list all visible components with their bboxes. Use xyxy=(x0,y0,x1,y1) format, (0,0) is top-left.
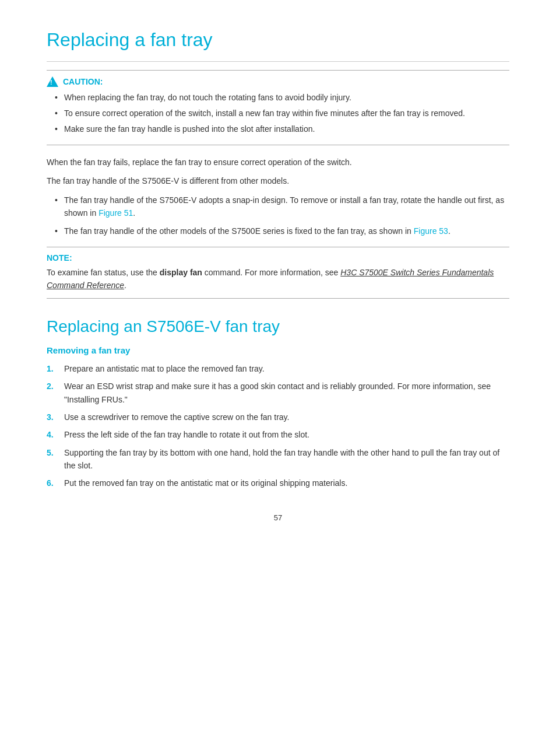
step-4: 4. Press the left side of the fan tray h… xyxy=(47,428,509,441)
note-box: NOTE: To examine fan status, use the dis… xyxy=(47,247,509,299)
caution-item-3: Make sure the fan tray handle is pushed … xyxy=(64,123,509,135)
step-1: 1. Prepare an antistatic mat to place th… xyxy=(47,362,509,375)
step-5-num: 5. xyxy=(47,446,64,473)
note-text-end: . xyxy=(124,281,126,290)
caution-item-2: To ensure correct operation of the switc… xyxy=(64,107,509,120)
section-2-title: Replacing an S7506E-V fan tray xyxy=(47,317,509,336)
step-3-num: 3. xyxy=(47,411,64,424)
body-para-2: The fan tray handle of the S7506E-V is d… xyxy=(47,174,509,187)
bullet-item-2: The fan tray handle of the other models … xyxy=(64,225,509,237)
step-2-text: Wear an ESD wrist strap and make sure it… xyxy=(64,380,509,406)
subsection-title: Removing a fan tray xyxy=(47,345,509,355)
bullet-2-text: The fan tray handle of the other models … xyxy=(64,226,414,236)
note-label: NOTE: xyxy=(47,253,509,262)
step-4-text: Press the left side of the fan tray hand… xyxy=(64,428,509,441)
step-6-num: 6. xyxy=(47,477,64,489)
step-1-text: Prepare an antistatic mat to place the r… xyxy=(64,362,509,375)
page-number: 57 xyxy=(47,513,509,522)
step-3-text: Use a screwdriver to remove the captive … xyxy=(64,411,509,424)
bullet-1-end: . xyxy=(133,208,135,218)
page-title: Replacing a fan tray xyxy=(47,29,509,51)
step-3: 3. Use a screwdriver to remove the capti… xyxy=(47,411,509,424)
title-divider xyxy=(47,61,509,62)
bullet-2-end: . xyxy=(448,226,451,236)
caution-item-1: When replacing the fan tray, do not touc… xyxy=(64,92,509,104)
body-para-1: When the fan tray fails, replace the fan… xyxy=(47,156,509,169)
note-text-before: To examine fan status, use the xyxy=(47,268,160,277)
step-4-num: 4. xyxy=(47,428,64,441)
figure-51-link[interactable]: Figure 51 xyxy=(98,208,133,218)
note-text: To examine fan status, use the display f… xyxy=(47,266,509,292)
step-2: 2. Wear an ESD wrist strap and make sure… xyxy=(47,380,509,406)
step-6: 6. Put the removed fan tray on the antis… xyxy=(47,477,509,489)
note-text-middle: command. For more information, see xyxy=(202,268,340,277)
figure-53-link[interactable]: Figure 53 xyxy=(414,226,448,236)
step-6-text: Put the removed fan tray on the antistat… xyxy=(64,477,509,489)
caution-box: CAUTION: When replacing the fan tray, do… xyxy=(47,70,509,145)
step-2-num: 2. xyxy=(47,380,64,406)
step-5: 5. Supporting the fan tray by its bottom… xyxy=(47,446,509,473)
caution-header: CAUTION: xyxy=(47,76,509,87)
step-1-num: 1. xyxy=(47,362,64,375)
step-5-text: Supporting the fan tray by its bottom wi… xyxy=(64,446,509,473)
caution-label: CAUTION: xyxy=(63,77,103,86)
caution-icon xyxy=(47,76,58,87)
steps-list: 1. Prepare an antistatic mat to place th… xyxy=(47,362,509,490)
note-command: display fan xyxy=(160,268,202,277)
bullet-item-1: The fan tray handle of the S7506E-V adop… xyxy=(64,194,509,220)
handle-bullet-list: The fan tray handle of the S7506E-V adop… xyxy=(47,194,509,237)
caution-list: When replacing the fan tray, do not touc… xyxy=(47,92,509,135)
